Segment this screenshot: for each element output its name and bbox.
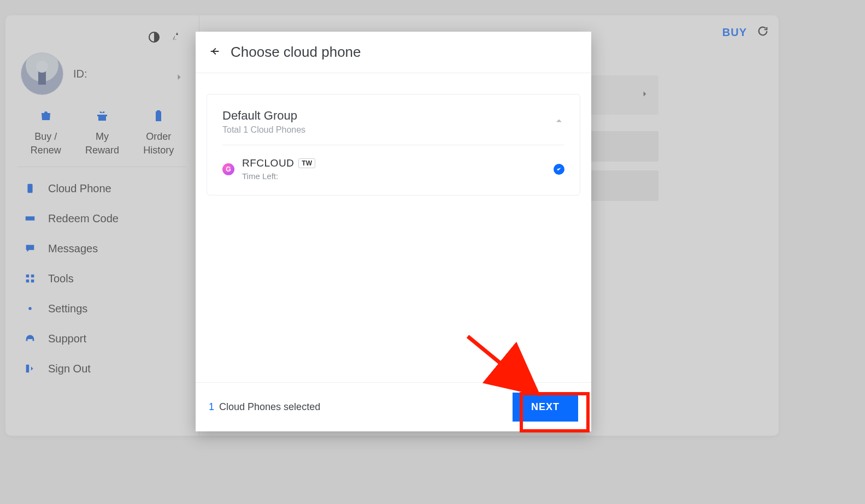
svg-rect-5 xyxy=(31,280,34,283)
nav-messages[interactable]: Messages xyxy=(17,234,187,264)
modal-header: Choose cloud phone xyxy=(196,32,591,73)
group-subtitle: Total 1 Cloud Phones xyxy=(222,125,305,135)
quick-label: Renew xyxy=(17,144,74,157)
chat-icon xyxy=(24,242,36,254)
modal-footer: 1 Cloud Phones selected NEXT xyxy=(196,382,591,431)
modal-body: Default Group Total 1 Cloud Phones G RFC… xyxy=(196,73,591,382)
nav-label: Messages xyxy=(48,242,98,255)
svg-rect-3 xyxy=(31,275,34,278)
region-tag: TW xyxy=(298,158,315,168)
avatar xyxy=(21,52,63,95)
phone-icon xyxy=(24,182,36,194)
group-card: Default Group Total 1 Cloud Phones G RFC… xyxy=(207,94,580,195)
buy-button[interactable]: BUY xyxy=(722,26,747,39)
refresh-icon[interactable] xyxy=(757,25,769,39)
nav-support[interactable]: Support xyxy=(17,324,187,354)
quick-label: Reward xyxy=(74,144,130,157)
next-button[interactable]: NEXT xyxy=(513,393,578,422)
theme-icon[interactable] xyxy=(148,31,161,46)
quick-label: My xyxy=(74,130,130,143)
top-actions xyxy=(17,31,187,46)
sidebar: ID: Buy / Renew My Reward Order History xyxy=(5,15,199,436)
back-button[interactable] xyxy=(209,45,221,60)
chevron-up-icon xyxy=(554,115,564,128)
profile-id-label: ID: xyxy=(73,68,87,80)
ticket-icon xyxy=(24,212,36,224)
nav-sign-out[interactable]: Sign Out xyxy=(17,354,187,384)
cloud-phone-row[interactable]: G RFCLOUD TW Time Left: xyxy=(222,145,564,195)
nav-label: Sign Out xyxy=(48,363,91,375)
nav-label: Redeem Code xyxy=(48,212,119,225)
choose-cloud-phone-modal: Choose cloud phone Default Group Total 1… xyxy=(196,32,591,431)
svg-rect-2 xyxy=(26,275,30,278)
nav-redeem-code[interactable]: Redeem Code xyxy=(17,204,187,234)
language-icon[interactable] xyxy=(170,31,184,46)
my-reward-button[interactable]: My Reward xyxy=(74,109,130,157)
svg-rect-4 xyxy=(26,280,30,283)
nav-list: Cloud Phone Redeem Code Messages Tools S… xyxy=(17,174,187,384)
profile-row[interactable]: ID: xyxy=(17,52,187,109)
nav-tools[interactable]: Tools xyxy=(17,264,187,294)
bag-icon xyxy=(39,109,52,122)
group-name: Default Group xyxy=(222,109,305,123)
selection-summary: 1 Cloud Phones selected xyxy=(209,401,320,413)
time-left-label: Time Left: xyxy=(242,171,315,181)
modal-title: Choose cloud phone xyxy=(231,44,361,61)
chevron-right-icon xyxy=(174,72,185,85)
order-history-button[interactable]: Order History xyxy=(131,109,187,157)
selected-text: Cloud Phones selected xyxy=(219,401,320,412)
nav-label: Support xyxy=(48,333,86,345)
nav-label: Tools xyxy=(48,272,74,285)
selected-count: 1 xyxy=(209,401,214,412)
gear-icon xyxy=(24,303,36,315)
quick-actions: Buy / Renew My Reward Order History xyxy=(17,109,187,167)
clipboard-icon xyxy=(152,109,165,122)
nav-settings[interactable]: Settings xyxy=(17,294,187,324)
buy-renew-button[interactable]: Buy / Renew xyxy=(17,109,74,157)
selected-check-icon xyxy=(554,164,564,175)
gift-icon xyxy=(96,109,109,122)
phone-name: RFCLOUD xyxy=(242,157,294,169)
svg-point-6 xyxy=(28,307,32,311)
grid-icon xyxy=(24,272,36,284)
exit-icon xyxy=(24,363,36,375)
nav-cloud-phone[interactable]: Cloud Phone xyxy=(17,174,187,204)
quick-label: History xyxy=(131,144,187,157)
group-badge: G xyxy=(222,163,234,175)
buy-bar: BUY xyxy=(722,25,769,39)
nav-label: Cloud Phone xyxy=(48,182,111,195)
quick-label: Order xyxy=(131,130,187,143)
group-header[interactable]: Default Group Total 1 Cloud Phones xyxy=(222,94,564,145)
headset-icon xyxy=(24,333,36,345)
quick-label: Buy / xyxy=(17,130,74,143)
nav-label: Settings xyxy=(48,303,87,315)
chevron-right-icon xyxy=(640,89,650,101)
svg-rect-1 xyxy=(27,184,32,193)
